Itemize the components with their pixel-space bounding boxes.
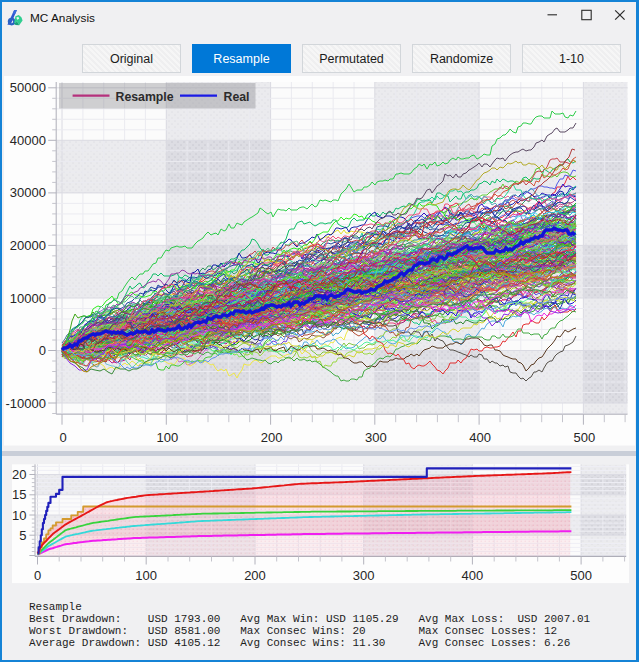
svg-text:100: 100 [156, 430, 178, 445]
svg-text:0: 0 [59, 430, 66, 445]
svg-text:15: 15 [12, 487, 26, 502]
svg-text:30000: 30000 [10, 185, 46, 200]
svg-text:400: 400 [469, 430, 491, 445]
svg-text:40000: 40000 [10, 133, 46, 148]
svg-text:300: 300 [365, 430, 387, 445]
svg-text:20000: 20000 [10, 238, 46, 253]
svg-text:50000: 50000 [10, 80, 46, 95]
svg-text:100: 100 [135, 568, 157, 583]
svg-text:20: 20 [12, 467, 26, 482]
svg-text:0: 0 [39, 343, 46, 358]
svg-text:500: 500 [570, 568, 592, 583]
svg-text:400: 400 [462, 568, 484, 583]
svg-text:200: 200 [261, 430, 283, 445]
svg-text:200: 200 [244, 568, 266, 583]
svg-text:0: 0 [34, 568, 41, 583]
svg-text:-10000: -10000 [6, 396, 46, 411]
svg-text:10: 10 [12, 508, 26, 523]
svg-text:500: 500 [574, 430, 596, 445]
svg-text:Real: Real [224, 90, 250, 104]
svg-text:300: 300 [353, 568, 375, 583]
svg-text:10000: 10000 [10, 291, 46, 306]
svg-text:5: 5 [19, 528, 26, 543]
svg-text:Resample: Resample [116, 90, 174, 104]
